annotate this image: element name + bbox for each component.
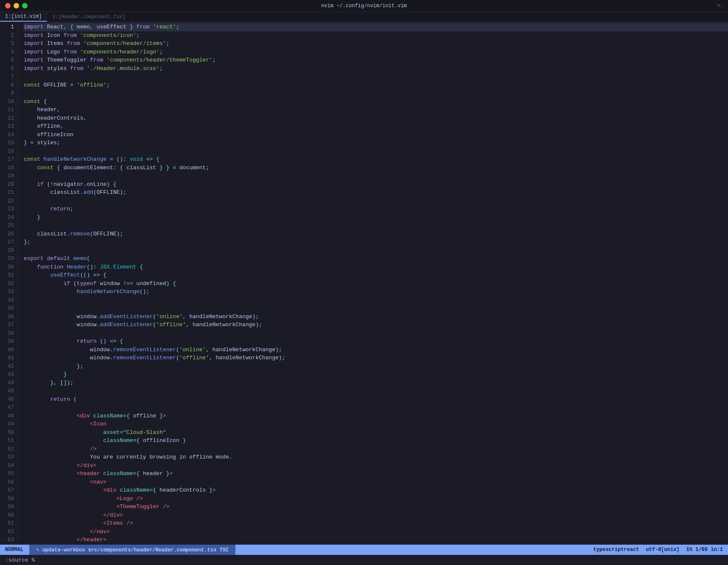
code-line-40: window.removeEventListener('online', han… [24,346,728,354]
code-line-25 [24,221,728,230]
line-num-47: 47 [5,403,14,412]
line-num-15: 15 [5,139,14,147]
line-num-12: 12 [5,114,14,123]
code-line-12: headerControls, [24,114,728,123]
code-line-18: const { documentElement: { classList } }… [24,164,728,172]
code-line-3: import Items from 'components/header/ite… [24,39,728,48]
line-num-21: 21 [5,188,14,197]
code-line-29: export default memo( [24,255,728,263]
tab-init-vim[interactable]: 1:[init.vim] [0,12,47,22]
code-line-33: handleNetworkChange(); [24,288,728,296]
line-num-18: 18 [5,164,14,172]
line-num-48: 48 [5,412,14,420]
code-line-51: className={ offlineIcon } [24,436,728,445]
line-num-27: 27 [5,238,14,246]
line-num-53: 53 [5,453,14,462]
code-line-1: import React, { memo, useEffect } from '… [24,23,728,31]
minimize-button[interactable] [14,3,19,8]
code-content[interactable]: import React, { memo, useEffect } from '… [18,22,728,545]
line-num-38: 38 [5,329,14,338]
line-num-9: 9 [5,89,14,98]
line-num-22: 22 [5,197,14,205]
code-line-21: classList.add(OFFLINE); [24,188,728,197]
code-line-5: import ThemeToggler from 'components/hea… [24,56,728,64]
editor-area: 1 2 3 4 5 6 7 8 9 10 11 12 13 14 15 16 1… [0,22,728,545]
code-line-16 [24,147,728,156]
code-line-7 [24,73,728,81]
line-num-58: 58 [5,495,14,503]
line-num-62: 62 [5,528,14,536]
code-line-63: </header> [24,536,728,544]
code-line-57: <div className={ headerControls }> [24,486,728,495]
status-filetype: typescriptreact [593,547,639,553]
status-position: 1% 1/60 ln:1 [686,547,723,553]
code-line-43: } [24,370,728,379]
line-num-17: 17 [5,155,14,164]
line-numbers: 1 2 3 4 5 6 7 8 9 10 11 12 13 14 15 16 1… [0,22,18,545]
line-num-4: 4 [5,48,14,56]
code-line-30: function Header(): JSX.Element { [24,263,728,271]
line-num-63: 63 [5,536,14,544]
line-num-59: 59 [5,503,14,511]
command-line: :source % [0,555,728,565]
line-num-25: 25 [5,221,14,230]
line-num-41: 41 [5,354,14,362]
code-line-54: </div> [24,462,728,470]
code-line-45 [24,387,728,395]
code-line-31: useEffect(() => { [24,271,728,280]
vim-mode: NORMAL [5,547,28,553]
code-line-53: You are currently browsing in offline mo… [24,453,728,462]
maximize-button[interactable] [22,3,28,8]
line-num-16: 16 [5,147,14,156]
code-line-38 [24,329,728,338]
line-num-55: 55 [5,470,14,478]
line-num-3: 3 [5,39,14,48]
line-num-33: 33 [5,288,14,296]
line-num-34: 34 [5,296,14,305]
code-line-15: } = styles; [24,139,728,147]
line-num-8: 8 [5,81,14,90]
status-file-path: ✎ update-workbox src/components/header/H… [29,545,235,555]
line-num-44: 44 [5,379,14,387]
code-line-58: <Logo /> [24,495,728,503]
code-line-6: import styles from './Header.module.scss… [24,64,728,73]
tab-bar: 1:[init.vim] 2:[Header.component.tsx] [0,12,728,22]
code-line-20: if (!navigator.onLine) { [24,180,728,189]
line-num-13: 13 [5,122,14,131]
line-num-14: 14 [5,131,14,139]
line-num-10: 10 [5,98,14,106]
line-num-2: 2 [5,31,14,40]
line-num-39: 39 [5,337,14,346]
close-button[interactable] [5,3,11,8]
code-line-27: }; [24,238,728,246]
keybind-hint: ⌘↑ [717,3,723,8]
line-num-51: 51 [5,436,14,445]
code-line-47 [24,403,728,412]
line-num-40: 40 [5,346,14,354]
window-controls[interactable] [5,3,28,8]
line-num-11: 11 [5,106,14,114]
line-num-42: 42 [5,362,14,371]
code-line-34 [24,296,728,305]
code-line-48: <div className={ offline }> [24,412,728,420]
code-line-46: return ( [24,395,728,404]
line-num-5: 5 [5,56,14,64]
status-right-info: typescriptreact utf-8[unix] 1% 1/60 ln:1 [593,547,723,553]
code-line-50: asset="Cloud-Slash" [24,428,728,437]
code-line-49: <Icon [24,420,728,428]
code-line-10: const { [24,98,728,106]
line-num-45: 45 [5,387,14,395]
code-line-32: if (typeof window !== undefined) { [24,280,728,288]
line-num-50: 50 [5,428,14,437]
code-line-2: import Icon from 'components/icon'; [24,31,728,40]
line-num-1: 1 [5,23,14,31]
line-num-61: 61 [5,519,14,528]
code-line-36: window.addEventListener('online', handle… [24,313,728,321]
tab-header-component[interactable]: 2:[Header.component.tsx] [47,12,131,22]
code-line-56: <nav> [24,478,728,487]
code-line-37: window.addEventListener('offline', handl… [24,321,728,329]
code-line-23: return; [24,205,728,213]
line-num-46: 46 [5,395,14,404]
code-line-44: }, []); [24,379,728,387]
titlebar: nvim ~/.config/nvim/init.vim ⌘↑ [0,0,728,12]
